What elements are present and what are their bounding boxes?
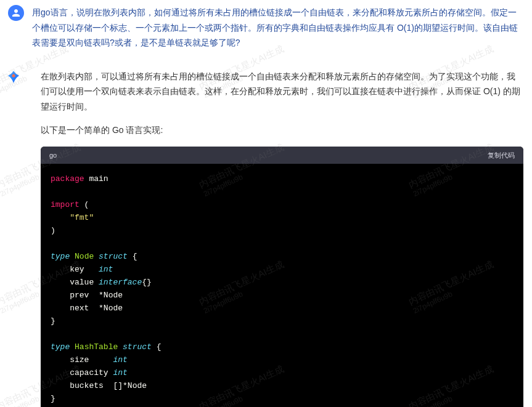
avatar-column <box>5 69 22 408</box>
code-header: go 复制代码 <box>41 147 523 164</box>
user-message-row: 用go语言，说明在散列表内部，如何通过将所有未占用的槽位链接成一个自由链表，来分… <box>0 0 532 50</box>
code-block: go 复制代码 package main import ( "fmt" ) ty… <box>41 147 523 408</box>
avatar-column <box>7 5 25 50</box>
user-avatar <box>8 5 24 21</box>
user-icon <box>10 7 22 18</box>
assistant-message-row: 在散列表内部，可以通过将所有未占用的槽位链接成一个自由链表来分配和释放元素所占的… <box>0 64 532 408</box>
spark-icon <box>6 69 22 85</box>
svg-point-0 <box>12 74 15 77</box>
code-language-label: go <box>49 150 57 161</box>
code-content[interactable]: package main import ( "fmt" ) type Node … <box>41 164 523 407</box>
assistant-text: 在散列表内部，可以通过将所有未占用的槽位链接成一个自由链表来分配和释放元素所占的… <box>41 69 523 138</box>
user-message-text: 用go语言，说明在散列表内部，如何通过将所有未占用的槽位链接成一个自由链表，来分… <box>32 5 525 50</box>
assistant-paragraph-2: 以下是一个简单的 Go 语言实现: <box>41 123 523 138</box>
assistant-paragraph-1: 在散列表内部，可以通过将所有未占用的槽位链接成一个自由链表来分配和释放元素所占的… <box>41 69 523 115</box>
user-content: 用go语言，说明在散列表内部，如何通过将所有未占用的槽位链接成一个自由链表，来分… <box>32 5 525 50</box>
copy-code-button[interactable]: 复制代码 <box>488 150 515 161</box>
ai-avatar <box>6 69 22 85</box>
assistant-content: 在散列表内部，可以通过将所有未占用的槽位链接成一个自由链表来分配和释放元素所占的… <box>30 69 525 408</box>
